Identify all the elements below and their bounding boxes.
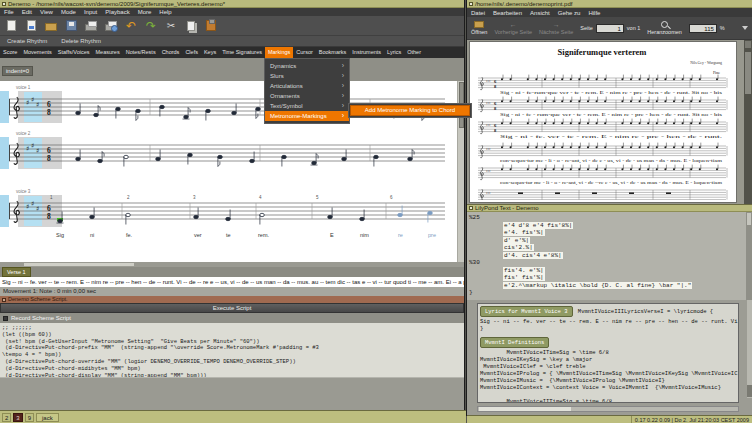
menu-item-ornaments[interactable]: Ornaments› <box>265 91 349 101</box>
menu-item-notes-rests[interactable]: Notes/Rests <box>123 47 159 58</box>
workspace-3[interactable]: 3 <box>13 413 22 422</box>
lilypond-window-titlebar[interactable]: LilyPond Text - Denemo <box>467 204 752 212</box>
svg-text:♯: ♯ <box>36 205 39 213</box>
menu-item-gehe-zu[interactable]: Gehe zu <box>554 9 585 17</box>
menu-item-view[interactable]: View <box>36 8 57 16</box>
pdf-vscrollbar[interactable] <box>744 40 752 204</box>
scrollbar-thumb[interactable] <box>747 213 751 225</box>
toolbar-redo-button[interactable]: ↷ <box>144 19 158 33</box>
menu-item-add-metronome-marking-to-chord[interactable]: Add Metronome Marking to Chord <box>350 105 470 116</box>
zoom-in-button[interactable]: Heranzoomen <box>647 21 682 35</box>
menu-item-hilfe[interactable]: Hilfe <box>584 9 604 17</box>
scroll-up-icon[interactable] <box>745 41 751 48</box>
menu-item-score[interactable]: Score <box>0 47 20 58</box>
svg-text:voice 1: voice 1 <box>16 85 31 90</box>
scrollbar-thumb[interactable] <box>479 407 571 411</box>
indent-badge[interactable]: indent=0 <box>2 66 33 76</box>
scheme-panel-filler <box>0 378 464 410</box>
menu-item-keys[interactable]: Keys <box>201 47 219 58</box>
menu-item-playback[interactable]: Playback <box>101 8 133 16</box>
lyrics-editor[interactable]: Sig -- ni -- fe. ver -- te -- rem. E -- … <box>0 277 464 287</box>
menu-item-staffs-voices[interactable]: Staffs/Voices <box>55 47 93 58</box>
menu-item-file[interactable]: File <box>0 8 18 16</box>
menu-item-edit[interactable]: Edit <box>18 8 36 16</box>
submenu-arrow-icon: › <box>342 91 344 101</box>
toolbar-copy-button[interactable] <box>184 19 198 33</box>
page-number-input[interactable]: 1 <box>596 24 624 33</box>
menu-item-text-symbol[interactable]: Text/Symbol› <box>265 101 349 111</box>
svg-text:te: te <box>226 232 231 238</box>
pdf-view-area[interactable]: Signiferumque verteremNils Gey - Wargsan… <box>467 40 752 204</box>
toolbar-cut-button[interactable]: ✂ <box>164 19 178 33</box>
toolbar-print-preview-button[interactable] <box>104 19 118 33</box>
menu-item-clefs[interactable]: Clefs <box>182 47 201 58</box>
definitions-code-line: MvmntIVoiceITimeSig = \time 6/8 <box>480 349 736 356</box>
menu-item-chords[interactable]: Chords <box>159 47 183 58</box>
menu-item-slurs[interactable]: Slurs› <box>265 71 349 81</box>
menu-item-lyrics[interactable]: Lyrics <box>384 47 404 58</box>
toolbar-new-button[interactable] <box>4 19 18 33</box>
menu-item-dynamics[interactable]: Dynamics› <box>265 61 349 71</box>
menu-item-help[interactable]: Help <box>155 8 175 16</box>
toolbar-save-button[interactable] <box>64 19 78 33</box>
next-page-button[interactable]: → Nächste Seite <box>539 21 573 35</box>
menu-item-articulations[interactable]: Articulations› <box>265 81 349 91</box>
menu-item-more[interactable]: More <box>134 8 156 16</box>
load-and-clock: 0.17 0.22 0.09 | Do 2. Jul 21:20:03 CEST… <box>631 416 752 423</box>
menu-item-other[interactable]: Other <box>404 47 424 58</box>
menu-item-movements[interactable]: Movements <box>20 47 54 58</box>
scrollbar-thumb[interactable] <box>747 385 752 397</box>
scheme-script-titlebar[interactable]: Denemo Scheme Script. <box>0 296 464 303</box>
lyrics-panel-tab[interactable]: Lyrics for MvmntI Voice 3 <box>480 306 573 317</box>
toolbar-open-button[interactable] <box>24 19 38 33</box>
lilypond-code-line: d' e'%| <box>469 237 752 245</box>
open-button[interactable]: Öffnen <box>471 21 487 35</box>
previous-page-button[interactable]: ← Vorherige Seite <box>494 21 532 35</box>
score-hscrollbar[interactable] <box>0 262 464 267</box>
chevron-down-icon[interactable] <box>742 26 748 30</box>
lilypond-vscrollbar[interactable] <box>746 212 752 300</box>
menu-item-datei[interactable]: Datei <box>467 9 489 17</box>
svg-text:5: 5 <box>316 195 319 200</box>
menu-item-ansicht[interactable]: Ansicht <box>526 9 554 17</box>
menu-item-measures[interactable]: Measures <box>93 47 123 58</box>
panel-content[interactable]: Lyrics for MvmntI Voice 3 MvmntIVoiceIII… <box>477 303 739 403</box>
menu-item-mode[interactable]: Mode <box>57 8 80 16</box>
toolbar-open-folder-button[interactable] <box>44 19 58 33</box>
delete-rhythm-button[interactable]: Delete Rhythm <box>54 36 108 47</box>
tab-verse-1[interactable]: Verse 1 <box>2 267 31 277</box>
pdf-viewer-titlebar[interactable]: /home/nils/.denemo/denemoprint.pdf <box>467 0 752 8</box>
menu-item-bearbeiten[interactable]: Bearbeiten <box>489 9 526 17</box>
toolbar-paste-button[interactable] <box>204 19 218 33</box>
scrollbar-thumb[interactable] <box>745 52 751 94</box>
menu-item-input[interactable]: Input <box>80 8 101 16</box>
menu-item-cursor[interactable]: Cursor <box>293 47 316 58</box>
lyrics-code-first-line: MvmntIVoiceIIILyricsVerseI = \lyricmode … <box>578 308 713 315</box>
zoom-selector: 115 % <box>689 24 725 33</box>
workspace-2[interactable]: 2 <box>2 413 11 422</box>
toolbar-print-button[interactable] <box>84 19 98 33</box>
menu-item-markings[interactable]: MarkingsDynamics›Slurs›Articulations›Orn… <box>265 47 293 58</box>
menu-item-instruments[interactable]: Instruments <box>349 47 384 58</box>
create-rhythm-button[interactable]: Create Rhythm <box>0 36 54 47</box>
menu-item-metronome-markings[interactable]: Metronome-Markings› <box>265 111 349 121</box>
zoom-value-input[interactable]: 115 <box>689 24 717 33</box>
menu-item-time-signatures[interactable]: Time Signatures <box>219 47 265 58</box>
scheme-script-editor[interactable]: ;; ;;;;;;(let ((bpm 60)) (set! bpm (d-Ge… <box>0 323 464 378</box>
lilypond-text-view[interactable]: %25e'4 d'8 e'4 fis'8%|e'4. fis'%|d' e'%|… <box>467 212 752 300</box>
svg-text:pre: pre <box>428 232 436 238</box>
menu-item-bookmarks[interactable]: Bookmarks <box>316 47 350 58</box>
panel-hscrollbar[interactable] <box>477 406 739 412</box>
scrollbar-thumb[interactable] <box>24 263 134 266</box>
lilypond-code-line: d'4. cis'4 e'8%| <box>469 252 752 260</box>
lilypond-code-text: d' e'%| <box>503 237 530 244</box>
window-checkbox-icon[interactable] <box>2 298 6 302</box>
taskbar-tag-jack[interactable]: jack <box>36 413 59 422</box>
workspace-9[interactable]: 9 <box>25 413 34 422</box>
toolbar-undo-button[interactable]: ↶ <box>124 19 138 33</box>
definitions-panel-tab[interactable]: MvmntI Definitions <box>480 337 549 348</box>
execute-script-button[interactable]: Execute Script <box>0 303 464 313</box>
record-checkbox[interactable] <box>3 316 8 321</box>
denemo-titlebar[interactable]: Denemo - /home/nils/wacost-svn/denemo/20… <box>0 0 464 8</box>
panel-vscrollbar[interactable] <box>747 300 752 398</box>
